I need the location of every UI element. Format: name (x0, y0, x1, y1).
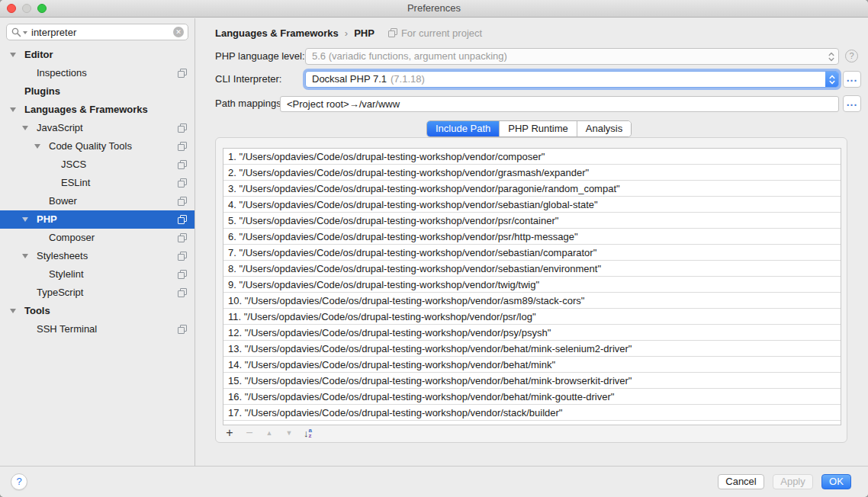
include-path-row[interactable]: 2. "/Users/opdavies/Code/os/drupal-testi… (223, 165, 841, 181)
copy-icon (178, 270, 187, 279)
expand-arrow-icon[interactable] (22, 217, 28, 222)
copy-icon (178, 215, 187, 224)
tab-analysis[interactable]: Analysis (577, 121, 631, 136)
sidebar-item-label: PHP (37, 213, 57, 225)
include-path-row[interactable]: 13. "/Users/opdavies/Code/os/drupal-test… (223, 341, 841, 357)
language-level-select[interactable]: 5.6 (variadic functions, argument unpack… (305, 48, 839, 65)
cli-interpreter-select[interactable]: Docksal PHP 7.1(7.1.18) (305, 71, 839, 88)
sidebar-item-eslint[interactable]: ESLint (0, 174, 194, 192)
include-path-list[interactable]: 1. "/Users/opdavies/Code/os/drupal-testi… (223, 148, 841, 425)
search-options-chevron-icon[interactable] (23, 31, 27, 34)
include-path-row[interactable]: 3. "/Users/opdavies/Code/os/drupal-testi… (223, 181, 841, 197)
expand-arrow-icon[interactable] (10, 309, 16, 313)
include-path-row[interactable]: 14. "/Users/opdavies/Code/os/drupal-test… (223, 357, 841, 373)
sidebar-item-stylelint[interactable]: Stylelint (0, 265, 194, 284)
include-path-panel: 1. "/Users/opdavies/Code/os/drupal-testi… (215, 137, 847, 443)
path-mappings-label: Path mappings: (215, 95, 284, 112)
combo-dropdown-button[interactable] (825, 72, 838, 87)
breadcrumb-separator: › (345, 27, 348, 39)
sidebar-item-label: Bower (49, 195, 77, 207)
sidebar-item-stylesheets[interactable]: Stylesheets (0, 247, 194, 265)
include-path-row[interactable]: 7. "/Users/opdavies/Code/os/drupal-testi… (223, 245, 841, 261)
sidebar-item-label: JavaScript (37, 122, 83, 133)
window-title: Preferences (0, 0, 868, 17)
expand-arrow-icon[interactable] (22, 126, 28, 130)
dialog-footer: ? Cancel Apply OK (0, 466, 868, 497)
expand-arrow-icon[interactable] (22, 254, 28, 258)
copy-icon (178, 160, 187, 169)
include-path-row[interactable]: 12. "/Users/opdavies/Code/os/drupal-test… (223, 325, 841, 341)
expand-arrow-icon[interactable] (10, 53, 16, 57)
tab-include-path[interactable]: Include Path (427, 121, 500, 136)
search-input[interactable] (31, 25, 168, 39)
include-path-row[interactable]: 17. "/Users/opdavies/Code/os/drupal-test… (223, 405, 841, 421)
path-mappings-browse-button[interactable]: ... (843, 95, 861, 112)
cancel-button[interactable]: Cancel (718, 474, 764, 489)
copy-icon (178, 233, 187, 242)
copy-icon (178, 69, 187, 78)
sidebar-item-label: JSCS (61, 159, 86, 170)
list-toolbar: + − ▲ ▼ ↓ az (224, 425, 312, 441)
sidebar-item-editor[interactable]: Editor (0, 46, 194, 64)
include-path-row[interactable]: 16. "/Users/opdavies/Code/os/drupal-test… (223, 389, 841, 405)
titlebar: Preferences (0, 0, 868, 18)
move-up-icon[interactable]: ▲ (264, 425, 275, 441)
sidebar-item-ssh-terminal[interactable]: SSH Terminal (0, 320, 194, 338)
sidebar-item-composer[interactable]: Composer (0, 229, 194, 247)
include-path-row[interactable]: 5. "/Users/opdavies/Code/os/drupal-testi… (223, 213, 841, 229)
copy-icon (178, 288, 187, 297)
tab-php-runtime[interactable]: PHP Runtime (500, 121, 577, 136)
help-icon[interactable]: ? (845, 50, 858, 63)
sidebar-item-label: Stylelint (49, 268, 84, 280)
minimize-button[interactable] (22, 4, 31, 13)
preferences-window: Preferences ✕ EditorInspectionsPluginsLa… (0, 0, 868, 497)
sidebar-item-php[interactable]: PHP (0, 210, 194, 229)
include-path-row[interactable]: 15. "/Users/opdavies/Code/os/drupal-test… (223, 373, 841, 389)
include-path-row[interactable]: 9. "/Users/opdavies/Code/os/drupal-testi… (223, 277, 841, 293)
sidebar-item-label: Languages & Frameworks (24, 104, 148, 115)
sidebar-item-jscs[interactable]: JSCS (0, 156, 194, 174)
expand-arrow-icon[interactable] (10, 107, 16, 112)
cli-interpreter-version: (7.1.18) (391, 73, 425, 85)
breadcrumb-languages-frameworks[interactable]: Languages & Frameworks (215, 27, 339, 39)
sidebar-item-tools[interactable]: Tools (0, 302, 194, 320)
remove-icon[interactable]: − (244, 425, 255, 441)
close-button[interactable] (7, 4, 16, 13)
sidebar-item-javascript[interactable]: JavaScript (0, 119, 194, 137)
help-button[interactable]: ? (11, 473, 27, 490)
sort-alphabetically-icon[interactable]: ↓ az (304, 428, 312, 439)
scope-indicator: For current project (388, 27, 482, 39)
add-icon[interactable]: + (224, 425, 235, 441)
apply-button[interactable]: Apply (773, 474, 813, 489)
sidebar-item-languages-frameworks[interactable]: Languages & Frameworks (0, 101, 194, 119)
search-icon (11, 27, 21, 37)
include-path-row[interactable]: 10. "/Users/opdavies/Code/os/drupal-test… (223, 293, 841, 309)
expand-arrow-icon[interactable] (34, 144, 40, 149)
sidebar-item-plugins[interactable]: Plugins (0, 82, 194, 101)
clear-search-icon[interactable]: ✕ (173, 27, 184, 37)
cli-interpreter-browse-button[interactable]: ... (843, 71, 861, 88)
sidebar-item-label: TypeScript (37, 287, 83, 298)
settings-tree: EditorInspectionsPluginsLanguages & Fram… (0, 46, 194, 338)
include-path-row[interactable]: 6. "/Users/opdavies/Code/os/drupal-testi… (223, 229, 841, 245)
path-mappings-field[interactable]: <Project root>→/var/www (280, 96, 839, 112)
sidebar-item-label: ESLint (61, 177, 90, 188)
ok-button[interactable]: OK (821, 474, 851, 489)
sidebar-item-code-quality-tools[interactable]: Code Quality Tools (0, 137, 194, 156)
settings-content: Languages & Frameworks › PHP For current… (196, 18, 868, 466)
copy-icon (178, 142, 187, 151)
sidebar-item-inspections[interactable]: Inspections (0, 64, 194, 82)
sidebar-item-label: Code Quality Tools (49, 140, 132, 152)
zoom-button[interactable] (37, 4, 47, 13)
move-down-icon[interactable]: ▼ (284, 425, 294, 441)
sidebar-item-typescript[interactable]: TypeScript (0, 284, 194, 302)
include-path-row[interactable]: 8. "/Users/opdavies/Code/os/drupal-testi… (223, 261, 841, 277)
sidebar-item-label: Inspections (37, 67, 87, 79)
include-path-row[interactable]: 1. "/Users/opdavies/Code/os/drupal-testi… (223, 149, 841, 165)
include-path-row[interactable]: 4. "/Users/opdavies/Code/os/drupal-testi… (223, 197, 841, 213)
include-path-row[interactable]: 11. "/Users/opdavies/Code/os/drupal-test… (223, 309, 841, 325)
sidebar-item-bower[interactable]: Bower (0, 192, 194, 210)
breadcrumb: Languages & Frameworks › PHP For current… (215, 25, 482, 40)
sidebar-item-label: Editor (24, 49, 53, 60)
settings-search[interactable]: ✕ (6, 24, 188, 40)
